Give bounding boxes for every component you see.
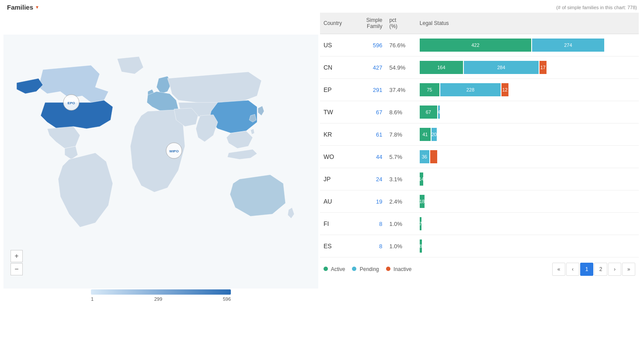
active-legend: Active [324, 266, 345, 272]
page-wrapper: Families ▼ (# of simple families in this… [0, 0, 644, 359]
header: Families ▼ (# of simple families in this… [0, 0, 644, 13]
zoom-out-button[interactable]: − [10, 263, 23, 275]
cell-country: WO [320, 146, 350, 168]
active-dot [324, 267, 328, 271]
map-legend: 1 299 596 [91, 289, 231, 302]
bar-row: 422274 [420, 39, 635, 52]
bar-row: 14 [420, 172, 635, 186]
legend-row: Active Pending Inactive [324, 266, 411, 272]
wipo-label: WIPO [169, 149, 178, 153]
page-last-button[interactable]: » [622, 263, 635, 276]
cell-simple-family: 61 [350, 123, 386, 146]
bar-active: 41 [420, 128, 431, 141]
simple-family-link[interactable]: 8 [379, 221, 382, 227]
page-prev-button[interactable]: ‹ [566, 263, 579, 276]
cell-country: FI [320, 213, 350, 235]
header-row: Country SimpleFamily pct(%) Legal Status [320, 13, 639, 34]
simple-family-link[interactable]: 19 [376, 198, 382, 205]
cell-pct: 1.0% [386, 213, 416, 235]
cell-simple-family: 44 [350, 146, 386, 168]
bar-row: 8 [420, 239, 635, 253]
bar-row: 7 [420, 217, 635, 230]
simple-family-link[interactable]: 44 [376, 154, 382, 160]
bar-row: 16428417 [420, 61, 635, 74]
cell-pct: 5.7% [386, 146, 416, 168]
bar-active: 7 [420, 217, 421, 230]
page-1-button[interactable]: 1 [580, 263, 593, 276]
table-row: CN42754.9%16428417 [320, 56, 639, 79]
subtitle-text: (# of simple families in this chart: 778… [556, 5, 637, 10]
simple-family-link[interactable]: 24 [376, 176, 382, 183]
table-footer: Active Pending Inactive « ‹ 1 2 [320, 257, 639, 281]
dropdown-icon[interactable]: ▼ [35, 5, 39, 10]
bar-row: 4120 [420, 128, 635, 141]
page-first-button[interactable]: « [552, 263, 565, 276]
cell-pct: 1.0% [386, 235, 416, 257]
cell-country: AU [320, 190, 350, 213]
cell-simple-family: 291 [350, 79, 386, 101]
bar-active: 8 [420, 239, 422, 253]
table-area: Country SimpleFamily pct(%) Legal Status… [318, 13, 641, 345]
cell-country: KR [320, 123, 350, 146]
simple-family-link[interactable]: 61 [376, 131, 382, 138]
bar-inactive: 12 [501, 83, 508, 96]
cell-country: EP [320, 79, 350, 101]
bar-pending: 274 [532, 39, 604, 52]
inactive-label: Inactive [393, 266, 411, 272]
bar-active: 75 [420, 83, 439, 96]
bar-active: 18 [420, 195, 425, 208]
cell-country: JP [320, 168, 350, 190]
epo-label: EPO [68, 101, 75, 105]
bar-pending: 228 [440, 83, 501, 96]
col-country: Country [320, 13, 350, 34]
pending-label: Pending [360, 266, 379, 272]
pagination: « ‹ 1 2 › » [552, 263, 635, 276]
table-row: FI81.0%7 [320, 213, 639, 235]
col-simple-family: SimpleFamily [350, 13, 386, 34]
table-row: JP243.1%14 [320, 168, 639, 190]
simple-family-link[interactable]: 427 [373, 64, 383, 71]
zoom-controls: + − [10, 250, 23, 275]
bar-row: 36 [420, 150, 635, 163]
bar-active: 67 [420, 106, 437, 119]
table-header: Country SimpleFamily pct(%) Legal Status [320, 13, 639, 34]
inactive-legend: Inactive [386, 266, 412, 272]
cell-simple-family: 24 [350, 168, 386, 190]
col-pct: pct(%) [386, 13, 416, 34]
cell-legal-status: 7 [416, 213, 639, 235]
title-text: Families [7, 4, 33, 11]
bar-pending: 36 [420, 150, 429, 163]
page-2-button[interactable]: 2 [594, 263, 607, 276]
table-row: KR617.8%4120 [320, 123, 639, 146]
simple-family-link[interactable]: 67 [376, 109, 382, 116]
col-legal-status: Legal Status [416, 13, 639, 34]
table-row: EP29137.4%7522812 [320, 79, 639, 101]
table-row: AU192.4%18 [320, 190, 639, 213]
cell-legal-status: 18 [416, 190, 639, 213]
simple-family-link[interactable]: 291 [373, 87, 383, 93]
bar-active: 422 [420, 39, 531, 52]
cell-legal-status: 674 [416, 101, 639, 123]
cell-country: US [320, 34, 350, 56]
cell-simple-family: 19 [350, 190, 386, 213]
data-table: Country SimpleFamily pct(%) Legal Status… [320, 13, 639, 257]
cell-pct: 37.4% [386, 79, 416, 101]
simple-family-link[interactable]: 596 [373, 42, 383, 49]
cell-country: TW [320, 101, 350, 123]
zoom-in-button[interactable]: + [10, 250, 23, 262]
bar-inactive: 17 [540, 61, 547, 74]
cell-legal-status: 36 [416, 146, 639, 168]
cell-legal-status: 16428417 [416, 56, 639, 79]
page-next-button[interactable]: › [608, 263, 621, 276]
simple-family-link[interactable]: 8 [379, 243, 382, 250]
world-map-svg: .land { fill: #d0dce8; stroke: #fff; str… [3, 13, 318, 310]
legend-mid: 299 [154, 296, 162, 302]
map-area: .land { fill: #d0dce8; stroke: #fff; str… [3, 13, 318, 345]
pending-dot [352, 267, 356, 271]
cell-simple-family: 8 [350, 235, 386, 257]
cell-pct: 54.9% [386, 56, 416, 79]
cell-country: ES [320, 235, 350, 257]
cell-simple-family: 596 [350, 34, 386, 56]
cell-pct: 76.6% [386, 34, 416, 56]
cell-pct: 3.1% [386, 168, 416, 190]
